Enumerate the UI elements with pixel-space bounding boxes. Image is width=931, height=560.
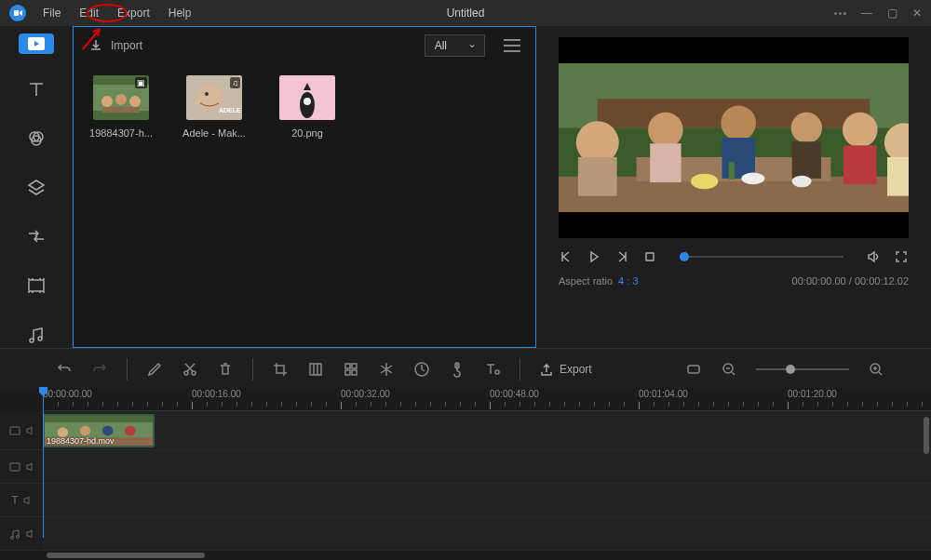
export-label: Export <box>560 363 592 376</box>
maximize-icon[interactable]: ▢ <box>887 7 897 20</box>
progress-slider[interactable] <box>680 256 843 258</box>
media-thumb: ADELE ♫ <box>186 75 242 120</box>
sidebar-overlays[interactable] <box>21 174 51 201</box>
sidebar-music[interactable] <box>21 321 51 348</box>
svg-rect-31 <box>722 138 755 179</box>
time-label: 00:00:00.00 <box>43 389 92 399</box>
aspect-value[interactable]: 4 : 3 <box>618 275 638 287</box>
filter-dropdown[interactable]: All <box>425 34 485 57</box>
zoom-out-icon[interactable] <box>721 361 737 378</box>
svg-rect-41 <box>729 162 735 180</box>
sidebar-text[interactable] <box>21 76 51 103</box>
time-label: 00:00:48.00 <box>490 389 539 399</box>
svg-point-32 <box>791 113 822 143</box>
document-title: Untitled <box>447 7 485 20</box>
svg-point-44 <box>192 371 196 375</box>
undo-icon[interactable] <box>56 361 73 378</box>
speed-icon[interactable] <box>413 361 430 378</box>
timeline-toolbar: Export <box>0 348 931 389</box>
sidebar-media[interactable] <box>19 33 54 54</box>
svg-rect-46 <box>345 364 350 368</box>
progress-handle[interactable] <box>680 252 689 261</box>
text-track[interactable]: T <box>0 484 931 517</box>
menu-file[interactable]: File <box>35 4 68 22</box>
horizontal-scrollbar[interactable] <box>47 553 205 558</box>
svg-rect-56 <box>10 427 20 434</box>
svg-point-12 <box>129 96 141 107</box>
play-icon[interactable] <box>587 249 601 264</box>
svg-rect-45 <box>310 364 321 375</box>
track-head-text[interactable]: T <box>0 484 43 516</box>
next-frame-icon[interactable] <box>614 249 629 264</box>
svg-point-10 <box>101 96 113 107</box>
playhead[interactable] <box>43 389 44 538</box>
time-ruler[interactable]: 00:00:00.0000:00:16.0000:00:32.0000:00:4… <box>43 389 931 411</box>
crop-icon[interactable] <box>272 361 289 378</box>
close-icon[interactable]: ✕ <box>912 7 922 20</box>
media-item-name: 19884307-h... <box>88 127 154 139</box>
text-settings-icon[interactable] <box>484 361 501 378</box>
volume-icon[interactable] <box>866 249 881 264</box>
sidebar-transitions[interactable] <box>21 223 51 250</box>
vertical-scrollbar[interactable] <box>924 417 929 454</box>
svg-rect-53 <box>688 366 699 373</box>
svg-point-7 <box>38 337 42 340</box>
divider <box>127 358 128 380</box>
svg-point-60 <box>80 426 91 436</box>
menu-edit[interactable]: Edit <box>72 4 106 22</box>
track-head-video[interactable] <box>0 411 43 449</box>
divider <box>252 358 253 380</box>
audio-track[interactable] <box>0 517 931 551</box>
media-thumb: ▣ <box>93 75 149 120</box>
track-head-pip[interactable] <box>0 450 43 483</box>
freeze-icon[interactable] <box>378 361 395 378</box>
svg-point-11 <box>115 94 127 105</box>
view-toggle-icon[interactable] <box>504 39 520 52</box>
time-label: 00:00:32.00 <box>341 389 390 399</box>
svg-rect-0 <box>14 10 19 16</box>
media-item-image[interactable]: 20.png <box>275 75 340 139</box>
svg-rect-5 <box>29 280 44 291</box>
svg-point-39 <box>741 173 764 185</box>
menu-help[interactable]: Help <box>161 4 199 22</box>
sidebar-elements[interactable] <box>21 273 51 300</box>
zoom-in-icon[interactable] <box>868 361 884 378</box>
sidebar-filters[interactable] <box>21 126 51 153</box>
zoom-handle[interactable] <box>786 365 795 374</box>
timeline: 00:00:00.0000:00:16.0000:00:32.0000:00:4… <box>0 389 931 560</box>
zoom-slider[interactable] <box>756 368 849 370</box>
aspect-label: Aspect ratio <box>559 275 613 287</box>
audio-icon[interactable] <box>449 361 466 378</box>
fullscreen-icon[interactable] <box>894 249 909 264</box>
media-item-audio[interactable]: ADELE ♫ Adele - Mak... <box>182 75 247 139</box>
delete-icon[interactable] <box>217 361 234 378</box>
more-icon[interactable] <box>834 12 846 15</box>
video-track[interactable]: 19884307-hd.mov <box>0 411 931 450</box>
media-item-name: 20.png <box>275 127 340 139</box>
svg-point-62 <box>125 426 136 436</box>
edit-icon[interactable] <box>146 361 163 378</box>
track-head-audio[interactable] <box>0 517 43 550</box>
grid-icon[interactable] <box>343 361 359 378</box>
svg-point-16 <box>205 92 209 96</box>
fit-icon[interactable] <box>685 361 702 378</box>
divider <box>519 358 520 380</box>
minimize-icon[interactable]: — <box>861 7 872 20</box>
video-badge-icon: ▣ <box>135 77 147 88</box>
redo-icon[interactable] <box>91 361 108 378</box>
preview-video <box>559 37 909 238</box>
cut-icon[interactable] <box>182 361 198 378</box>
svg-point-6 <box>30 339 34 342</box>
timeline-clip[interactable]: 19884307-hd.mov <box>43 414 155 447</box>
prev-frame-icon[interactable] <box>559 249 573 264</box>
svg-rect-47 <box>352 364 357 368</box>
import-button[interactable]: Import <box>88 38 142 53</box>
menu-export[interactable]: Export <box>110 4 157 22</box>
media-item-video[interactable]: ▣ 19884307-h... <box>88 75 154 139</box>
svg-rect-29 <box>650 143 681 182</box>
mosaic-icon[interactable] <box>307 361 324 378</box>
stop-icon[interactable] <box>642 249 657 264</box>
export-button[interactable]: Export <box>539 362 592 377</box>
svg-rect-42 <box>646 253 654 260</box>
pip-track[interactable] <box>0 450 931 484</box>
